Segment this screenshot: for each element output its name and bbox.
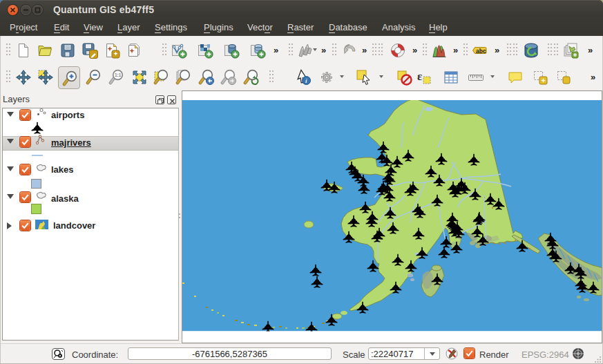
svg-text:1:1: 1:1 [115,73,122,77]
svg-text:abc: abc [476,48,486,55]
svg-text:ε: ε [417,70,422,83]
